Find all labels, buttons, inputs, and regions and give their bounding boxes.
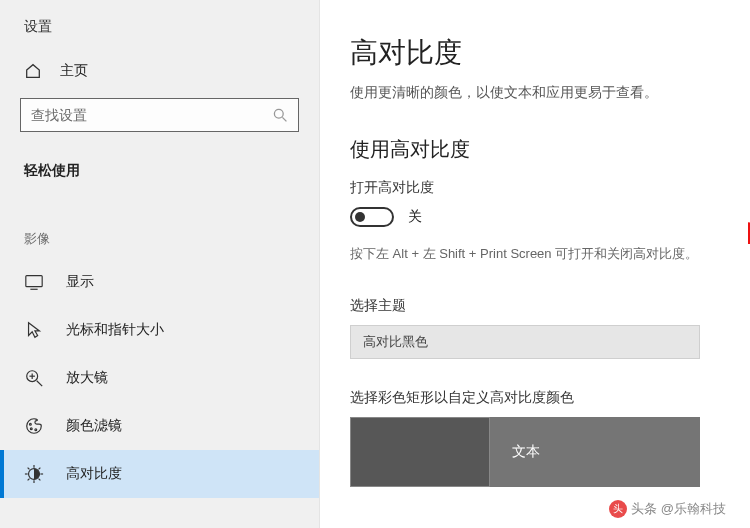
watermark: 头 头条 @乐翰科技 <box>609 500 726 518</box>
hotkey-hint: 按下左 Alt + 左 Shift + Print Screen 可打开和关闭高… <box>350 245 720 263</box>
svg-line-1 <box>282 117 286 121</box>
palette-icon <box>24 416 44 436</box>
text-color-swatch[interactable] <box>350 417 490 487</box>
swatch-text-label: 文本 <box>490 417 700 487</box>
sidebar-item-magnifier[interactable]: 放大镜 <box>0 354 319 402</box>
svg-line-19 <box>39 468 41 470</box>
search-input[interactable] <box>31 107 272 123</box>
toggle-label: 打开高对比度 <box>350 179 720 197</box>
content-pane: 高对比度 使用更清晰的颜色，以使文本和应用更易于查看。 使用高对比度 打开高对比… <box>320 0 750 528</box>
magnifier-icon <box>24 368 44 388</box>
sidebar-item-cursor-pointer-size[interactable]: 光标和指针大小 <box>0 306 319 354</box>
watermark-logo-icon: 头 <box>609 500 627 518</box>
svg-point-0 <box>274 109 283 118</box>
settings-sidebar: 设置 主页 轻松使用 影像 <box>0 0 320 528</box>
search-settings-box[interactable] <box>20 98 299 132</box>
sidebar-item-display[interactable]: 显示 <box>0 258 319 306</box>
theme-selected-value: 高对比黑色 <box>363 333 428 351</box>
cursor-icon <box>24 320 44 340</box>
sidebar-item-label: 高对比度 <box>66 465 122 483</box>
svg-rect-2 <box>26 276 42 287</box>
color-customize-panel: 文本 <box>350 417 700 487</box>
toggle-state-text: 关 <box>408 208 422 226</box>
home-nav-item[interactable]: 主页 <box>0 52 319 90</box>
watermark-prefix: 头条 <box>631 500 657 518</box>
sidebar-group-ease-of-access: 轻松使用 <box>0 144 319 188</box>
home-label: 主页 <box>60 62 88 80</box>
sidebar-item-color-filters[interactable]: 颜色滤镜 <box>0 402 319 450</box>
sidebar-item-label: 放大镜 <box>66 369 108 387</box>
monitor-icon <box>24 272 44 292</box>
window-title: 设置 <box>0 18 319 52</box>
home-icon <box>24 62 42 80</box>
theme-dropdown[interactable]: 高对比黑色 <box>350 325 700 359</box>
colors-label: 选择彩色矩形以自定义高对比度颜色 <box>350 389 720 407</box>
sidebar-item-label: 颜色滤镜 <box>66 417 122 435</box>
svg-point-9 <box>30 428 32 430</box>
svg-point-10 <box>35 429 37 431</box>
svg-line-5 <box>37 381 42 386</box>
section-heading-use-high-contrast: 使用高对比度 <box>350 136 720 163</box>
svg-line-17 <box>39 479 41 481</box>
high-contrast-toggle[interactable] <box>350 207 394 227</box>
page-title: 高对比度 <box>350 34 720 72</box>
sidebar-item-high-contrast[interactable]: 高对比度 <box>0 450 319 498</box>
theme-label: 选择主题 <box>350 297 720 315</box>
page-subtitle: 使用更清晰的颜色，以使文本和应用更易于查看。 <box>350 84 720 102</box>
svg-line-16 <box>28 468 30 470</box>
high-contrast-icon <box>24 464 44 484</box>
sidebar-item-label: 显示 <box>66 273 94 291</box>
search-icon <box>272 107 288 123</box>
sidebar-item-label: 光标和指针大小 <box>66 321 164 339</box>
svg-point-8 <box>29 423 31 425</box>
sidebar-subgroup-vision: 影像 <box>0 188 319 258</box>
svg-line-18 <box>28 479 30 481</box>
watermark-handle: @乐翰科技 <box>661 500 726 518</box>
